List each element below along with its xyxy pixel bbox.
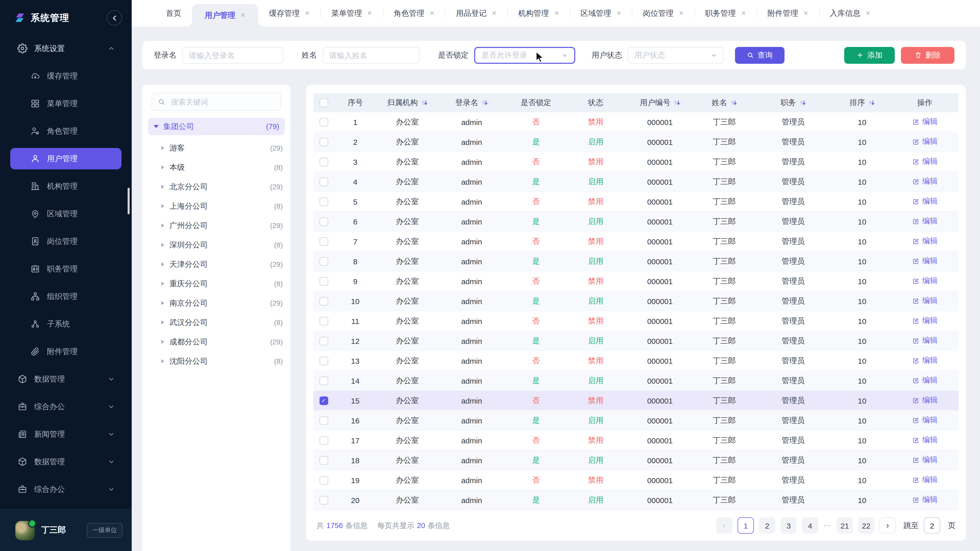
sidebar-group-office-2[interactable]: 综合办公	[0, 475, 132, 503]
tree-node[interactable]: 深圳分公司 (8)	[142, 235, 290, 254]
column-header-index[interactable]: 序号	[334, 98, 377, 108]
tree-node[interactable]: 上海分公司 (8)	[142, 197, 290, 216]
sidebar-item-cache[interactable]: 缓存管理	[0, 62, 132, 90]
tree-node[interactable]: 成都分公司 (29)	[142, 332, 290, 351]
tab-duty[interactable]: 职务管理✕	[694, 0, 757, 27]
tab-user-management[interactable]: 用户管理 ✕	[192, 4, 258, 27]
edit-row-button[interactable]: 编辑	[912, 217, 938, 226]
column-header-name[interactable]: 姓名	[695, 98, 753, 108]
edit-row-button[interactable]: 编辑	[912, 395, 938, 405]
tab-cache[interactable]: 缓存管理✕	[258, 0, 321, 27]
page-number-button[interactable]: 1	[738, 517, 754, 534]
table-row[interactable]: 7 办公室 admin 否 禁用 000001 丁三郎 管理员 10	[313, 232, 959, 251]
tab-region[interactable]: 区域管理✕	[570, 0, 632, 27]
tab-attachment[interactable]: 附件管理✕	[757, 0, 819, 27]
name-input[interactable]	[323, 47, 420, 64]
table-row[interactable]: 12 办公室 admin 是 启用 000001 丁三郎 管理员 10	[313, 331, 959, 351]
sidebar-item-organization[interactable]: 机构管理	[0, 172, 132, 200]
sidebar-group-data-management[interactable]: 数据管理	[0, 365, 132, 393]
row-checkbox[interactable]	[319, 217, 328, 226]
close-tab-icon[interactable]: ✕	[492, 10, 497, 16]
caret-right-icon[interactable]	[161, 146, 164, 150]
edit-row-button[interactable]: 编辑	[912, 495, 938, 505]
edit-row-button[interactable]: 编辑	[912, 256, 938, 266]
edit-row-button[interactable]: 编辑	[912, 276, 938, 286]
table-row[interactable]: 3 办公室 admin 否 禁用 000001 丁三郎 管理员 10	[313, 152, 959, 172]
row-checkbox[interactable]	[319, 396, 328, 405]
tree-node[interactable]: 武汉分公司 (8)	[142, 313, 290, 332]
close-tab-icon[interactable]: ✕	[741, 10, 746, 16]
sidebar-collapse-button[interactable]	[107, 10, 122, 25]
row-checkbox[interactable]	[319, 297, 328, 305]
caret-right-icon[interactable]	[161, 359, 164, 363]
caret-right-icon[interactable]	[161, 301, 164, 305]
caret-right-icon[interactable]	[161, 204, 164, 208]
column-header-locked[interactable]: 是否锁定	[505, 98, 566, 108]
login-name-input[interactable]	[182, 47, 283, 64]
page-number-button[interactable]: 22	[858, 517, 874, 534]
tab-supplies[interactable]: 用品登记✕	[445, 0, 508, 27]
caret-right-icon[interactable]	[161, 282, 164, 286]
table-row[interactable]: 5 办公室 admin 否 禁用 000001 丁三郎 管理员 10	[313, 192, 959, 212]
tab-role[interactable]: 角色管理✕	[383, 0, 445, 27]
sort-icon[interactable]	[421, 100, 428, 106]
close-tab-icon[interactable]: ✕	[240, 12, 245, 18]
sort-icon[interactable]	[799, 100, 806, 106]
row-checkbox[interactable]	[319, 416, 328, 425]
table-row[interactable]: 8 办公室 admin 是 启用 000001 丁三郎 管理员 10	[313, 251, 959, 272]
row-checkbox[interactable]	[319, 177, 328, 186]
page-number-button[interactable]: 2	[759, 517, 775, 534]
sidebar-item-attachment[interactable]: 附件管理	[0, 338, 132, 365]
close-tab-icon[interactable]: ✕	[865, 10, 870, 16]
sidebar-group-data-management-2[interactable]: 数据管理	[0, 448, 132, 475]
tree-node[interactable]: 天津分公司 (29)	[142, 254, 290, 274]
table-row[interactable]: 9 办公室 admin 否 禁用 000001 丁三郎 管理员 10	[313, 272, 959, 291]
user-status-select[interactable]: 用户状态	[628, 47, 724, 64]
sidebar-item-role[interactable]: 角色管理	[0, 118, 132, 145]
row-checkbox[interactable]	[319, 257, 328, 265]
page-number-button[interactable]: 3	[780, 517, 797, 534]
user-avatar[interactable]	[15, 521, 35, 540]
close-tab-icon[interactable]: ✕	[367, 10, 372, 16]
sidebar-item-region[interactable]: 区域管理	[0, 200, 132, 227]
edit-row-button[interactable]: 编辑	[912, 137, 938, 147]
column-header-title[interactable]: 职务	[753, 98, 833, 108]
caret-right-icon[interactable]	[161, 224, 164, 227]
tab-organization[interactable]: 机构管理✕	[508, 0, 570, 27]
row-checkbox[interactable]	[319, 476, 328, 484]
sidebar-item-org-structure[interactable]: 组织管理	[0, 283, 132, 310]
tree-node[interactable]: 北京分公司 (29)	[142, 177, 290, 197]
row-checkbox[interactable]	[319, 495, 328, 504]
tab-menu[interactable]: 菜单管理✕	[321, 0, 383, 27]
tree-node[interactable]: 游客 (29)	[142, 138, 290, 158]
select-all-checkbox[interactable]	[319, 98, 328, 107]
delete-button[interactable]: 删除	[901, 47, 955, 64]
tree-node[interactable]: 南京分公司 (29)	[142, 293, 290, 313]
row-checkbox[interactable]	[319, 277, 328, 286]
tree-node[interactable]: 重庆分公司 (8)	[142, 274, 290, 293]
close-tab-icon[interactable]: ✕	[305, 10, 310, 16]
table-row[interactable]: 4 办公室 admin 是 启用 000001 丁三郎 管理员 10	[313, 172, 959, 192]
edit-row-button[interactable]: 编辑	[912, 117, 938, 127]
edit-row-button[interactable]: 编辑	[912, 237, 938, 246]
sidebar-item-menu[interactable]: 菜单管理	[0, 90, 132, 118]
caret-right-icon[interactable]	[161, 262, 164, 266]
edit-row-button[interactable]: 编辑	[912, 475, 938, 485]
table-row[interactable]: 1 办公室 admin 否 禁用 000001 丁三郎 管理员 10	[313, 112, 959, 132]
table-row[interactable]: 18 办公室 admin 是 启用 000001 丁三郎 管理员 10	[313, 451, 959, 470]
sidebar-scrollbar-thumb[interactable]	[127, 188, 130, 214]
table-row[interactable]: 19 办公室 admin 否 禁用 000001 丁三郎 管理员 10	[313, 470, 959, 490]
edit-row-button[interactable]: 编辑	[912, 316, 938, 326]
caret-right-icon[interactable]	[161, 340, 164, 344]
column-header-status[interactable]: 状态	[566, 98, 625, 108]
caret-right-icon[interactable]	[161, 243, 164, 247]
tree-search-box[interactable]	[151, 93, 281, 111]
lock-select[interactable]: 是否允许登录	[474, 47, 575, 64]
close-tab-icon[interactable]: ✕	[679, 10, 684, 16]
edit-row-button[interactable]: 编辑	[912, 197, 938, 206]
close-tab-icon[interactable]: ✕	[554, 10, 559, 16]
sidebar-item-post[interactable]: 岗位管理	[0, 227, 132, 255]
row-checkbox[interactable]	[319, 138, 328, 146]
column-header-order[interactable]: 排序	[833, 98, 891, 108]
caret-right-icon[interactable]	[161, 321, 164, 324]
